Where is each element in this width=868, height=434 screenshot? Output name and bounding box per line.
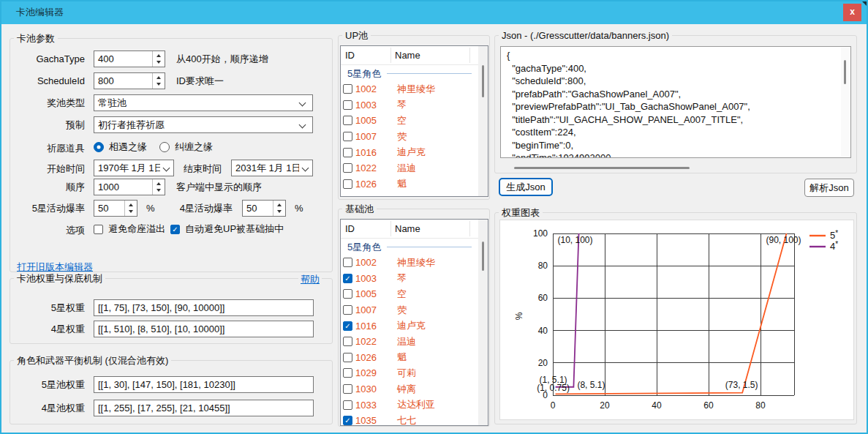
list-item[interactable]: 1029可莉 bbox=[341, 365, 478, 381]
option-auto-avoid-up[interactable]: 自动避免UP被基础抽中 bbox=[170, 222, 284, 236]
generate-json-button[interactable]: 生成Json bbox=[499, 178, 553, 196]
chevron-down-icon[interactable] bbox=[295, 95, 312, 111]
pool-weight5-input[interactable]: [[1, 30], [147, 150], [181, 10230]] bbox=[94, 376, 314, 393]
list-item[interactable]: 1002神里绫华 bbox=[341, 81, 478, 97]
up-pool-list[interactable]: ID Name 5星角色 1002神里绫华1003琴1005空1007荧1016… bbox=[340, 45, 488, 197]
chevron-down-icon[interactable] bbox=[299, 160, 312, 176]
row-checkbox-unchecked-icon[interactable] bbox=[343, 305, 352, 315]
list-item[interactable]: 1007荧 bbox=[341, 129, 478, 145]
spin-down-icon[interactable] bbox=[153, 187, 165, 195]
json-textarea[interactable]: { "gachaType":400, "scheduleId":800, "pr… bbox=[500, 46, 851, 158]
spin-up-icon[interactable] bbox=[153, 73, 165, 81]
row-checkbox-unchecked-icon[interactable] bbox=[343, 84, 352, 94]
section-divider bbox=[387, 247, 472, 247]
pool-weight4-input[interactable]: [[1, 255], [17, 255], [21, 10455]] bbox=[94, 400, 314, 416]
titlebar[interactable]: 卡池编辑器 x bbox=[0, 0, 868, 24]
schedule-id-input[interactable]: 800 bbox=[94, 72, 165, 89]
spin-up-icon[interactable] bbox=[125, 201, 137, 209]
spin-down-icon[interactable] bbox=[125, 209, 137, 217]
window-corner-decoration bbox=[861, 0, 868, 7]
row-checkbox-unchecked-icon[interactable] bbox=[343, 116, 352, 125]
column-divider bbox=[469, 48, 470, 63]
list-item[interactable]: 1002神里绫华 bbox=[341, 255, 478, 271]
option-avoid-constellation-overflow[interactable]: 避免命座溢出 bbox=[94, 222, 165, 236]
pool-type-dropdown[interactable]: 常驻池 bbox=[94, 94, 313, 111]
chevron-down-icon[interactable] bbox=[295, 117, 312, 132]
close-button[interactable]: x bbox=[843, 4, 861, 21]
order-spinner[interactable] bbox=[152, 179, 165, 195]
spin-up-icon[interactable] bbox=[153, 51, 165, 59]
rate4-input[interactable]: 50 bbox=[242, 200, 286, 217]
list-item[interactable]: 1005空 bbox=[341, 113, 478, 129]
json-vertical-scrollbar[interactable] bbox=[841, 48, 850, 157]
row-checkbox-unchecked-icon[interactable] bbox=[343, 289, 352, 299]
list-item[interactable]: 1035七七 bbox=[341, 413, 478, 425]
gacha-type-input[interactable]: 400 bbox=[94, 50, 165, 67]
rate5-input[interactable]: 50 bbox=[94, 200, 137, 217]
base-pool-scrollbar[interactable] bbox=[478, 220, 488, 425]
row-checkbox-unchecked-icon[interactable] bbox=[343, 132, 352, 141]
checkbox-unchecked-icon[interactable] bbox=[94, 225, 103, 234]
preset-dropdown[interactable]: 初行者推荐祈愿 bbox=[94, 116, 313, 133]
list-item[interactable]: 1026魈 bbox=[341, 176, 478, 192]
rate5-spinner[interactable] bbox=[124, 201, 137, 216]
schedule-id-spinner[interactable] bbox=[152, 73, 165, 89]
order-input[interactable]: 1000 bbox=[94, 179, 165, 195]
list-item[interactable]: 1026魈 bbox=[341, 350, 478, 366]
spin-down-icon[interactable] bbox=[153, 59, 165, 67]
base-pool-list[interactable]: ID Name 5星角色 1002神里绫华1003琴1005空1007荧1016… bbox=[340, 219, 488, 426]
radio-unselected-icon[interactable] bbox=[159, 142, 170, 152]
spin-up-icon[interactable] bbox=[273, 201, 285, 209]
scrollbar-thumb[interactable] bbox=[482, 65, 484, 97]
svg-text:0: 0 bbox=[551, 400, 556, 411]
row-checkbox-unchecked-icon[interactable] bbox=[343, 384, 352, 394]
begin-time-label: 开始时间 bbox=[10, 162, 85, 175]
radio-intertwined-fate[interactable]: 纠缠之缘 bbox=[159, 141, 213, 154]
end-time-picker[interactable]: 2031年 1月 1日 bbox=[231, 160, 313, 176]
up-pool-scrollbar[interactable] bbox=[478, 46, 488, 196]
spin-up-icon[interactable] bbox=[153, 179, 165, 187]
row-checkbox-unchecked-icon[interactable] bbox=[343, 337, 352, 346]
row-checkbox-unchecked-icon[interactable] bbox=[343, 368, 352, 378]
parse-json-button[interactable]: 解析Json bbox=[804, 179, 854, 197]
list-item[interactable]: 1033达达利亚 bbox=[341, 397, 478, 413]
rate4-spinner[interactable] bbox=[273, 201, 285, 216]
row-checkbox-unchecked-icon[interactable] bbox=[343, 400, 352, 410]
scrollbar-thumb[interactable] bbox=[844, 60, 846, 84]
spin-down-icon[interactable] bbox=[273, 209, 285, 217]
list-item[interactable]: 1003琴 bbox=[341, 271, 478, 287]
list-item[interactable]: 1003琴 bbox=[341, 97, 478, 113]
list-item[interactable]: 1030钟离 bbox=[341, 381, 478, 397]
row-checkbox-checked-icon[interactable] bbox=[343, 321, 352, 331]
order-value: 1000 bbox=[94, 182, 152, 192]
pool-weight4-value: [[1, 255], [17, 255], [21, 10455]] bbox=[94, 403, 313, 414]
row-checkbox-unchecked-icon[interactable] bbox=[343, 353, 352, 362]
radio-selected-icon[interactable] bbox=[94, 142, 104, 152]
row-checkbox-unchecked-icon[interactable] bbox=[343, 148, 352, 157]
radio-meet-fate[interactable]: 相遇之缘 bbox=[94, 141, 147, 154]
column-header-name: Name bbox=[395, 50, 420, 61]
list-item[interactable]: 1016迪卢克 bbox=[341, 318, 478, 334]
row-checkbox-unchecked-icon[interactable] bbox=[343, 100, 352, 110]
scrollbar-thumb[interactable] bbox=[482, 242, 484, 271]
json-horizontal-scrollbar-thumb[interactable] bbox=[514, 167, 690, 169]
weight4-input[interactable]: [[1, 510], [8, 510], [10, 10000]] bbox=[94, 321, 314, 337]
row-checkbox-checked-icon[interactable] bbox=[343, 274, 352, 283]
weight5-input[interactable]: [[1, 75], [73, 150], [90, 10000]] bbox=[94, 299, 314, 316]
list-item[interactable]: 1016迪卢克 bbox=[341, 144, 478, 160]
row-checkbox-unchecked-icon[interactable] bbox=[343, 258, 352, 267]
help-link[interactable]: 帮助 bbox=[298, 273, 322, 286]
row-checkbox-checked-icon[interactable] bbox=[343, 416, 352, 425]
row-checkbox-unchecked-icon[interactable] bbox=[343, 179, 352, 189]
checkbox-checked-icon[interactable] bbox=[170, 225, 180, 234]
svg-text:40: 40 bbox=[538, 326, 548, 336]
svg-text:20: 20 bbox=[600, 400, 610, 411]
list-item[interactable]: 1005空 bbox=[341, 286, 478, 302]
gacha-type-spinner[interactable] bbox=[152, 51, 165, 67]
list-item[interactable]: 1007荧 bbox=[341, 302, 478, 318]
list-item[interactable]: 1022温迪 bbox=[341, 160, 478, 176]
list-item[interactable]: 1022温迪 bbox=[341, 334, 478, 350]
spin-down-icon[interactable] bbox=[153, 81, 165, 89]
open-legacy-editor-link[interactable]: 打开旧版本编辑器 bbox=[17, 261, 93, 274]
row-checkbox-unchecked-icon[interactable] bbox=[343, 163, 352, 173]
